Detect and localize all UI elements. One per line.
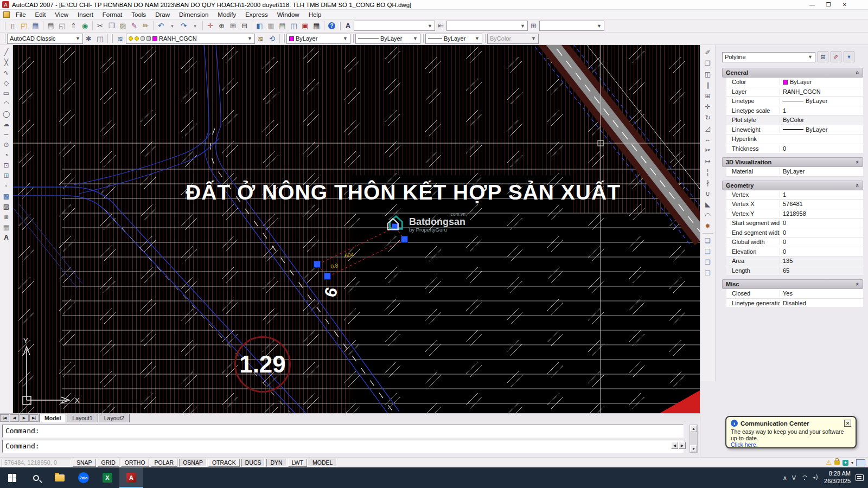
restore-button[interactable]: ❐ xyxy=(820,1,837,9)
dyn-toggle[interactable]: DYN xyxy=(266,459,286,467)
property-row[interactable]: End segment width 0 xyxy=(726,228,863,238)
copy-object-icon[interactable] xyxy=(702,58,714,69)
property-row[interactable]: Layer RANH_CGCN xyxy=(726,87,863,97)
hidden-icons-chevron-icon[interactable]: ∧ xyxy=(783,474,787,481)
dim-style-icon[interactable] xyxy=(435,21,446,31)
revision-cloud-icon[interactable] xyxy=(1,119,12,129)
scroll-right-icon[interactable]: ▶ xyxy=(679,442,686,449)
tab-model[interactable]: Model xyxy=(39,414,66,422)
color-control-combo[interactable]: ByLayer ▼ xyxy=(286,34,350,44)
property-row[interactable]: Vertex 1 xyxy=(726,190,863,200)
new-icon[interactable] xyxy=(7,21,18,31)
layer-on-icon[interactable] xyxy=(129,36,133,41)
section-header[interactable]: General « xyxy=(722,68,863,78)
tab-layout1[interactable]: Layout1 xyxy=(67,414,98,422)
search-icon[interactable] xyxy=(24,467,48,488)
point-icon[interactable] xyxy=(1,181,12,191)
help-icon[interactable] xyxy=(326,21,337,31)
menu-insert[interactable]: Insert xyxy=(73,11,98,18)
save-workspace-icon[interactable] xyxy=(94,33,106,44)
property-row[interactable]: Elevation 0 xyxy=(726,247,863,257)
bring-to-front-icon[interactable] xyxy=(702,235,714,246)
speaker-icon[interactable] xyxy=(813,475,819,480)
send-under-objects-icon[interactable] xyxy=(702,268,714,279)
menu-draw[interactable]: Draw xyxy=(151,11,174,18)
pan-icon[interactable] xyxy=(205,21,216,31)
ellipse-icon[interactable] xyxy=(1,139,12,150)
undo-dropdown-icon[interactable] xyxy=(167,21,178,31)
minimize-button[interactable]: — xyxy=(804,1,820,9)
text-style-icon[interactable] xyxy=(342,21,354,31)
erase-icon[interactable] xyxy=(702,47,714,58)
arc-icon[interactable] xyxy=(1,98,12,108)
hatch-icon[interactable] xyxy=(1,191,12,201)
zoom-previous-icon[interactable] xyxy=(239,21,250,31)
section-header[interactable]: Geometry « xyxy=(722,181,863,190)
spline-icon[interactable] xyxy=(1,129,12,139)
scale-icon[interactable] xyxy=(702,123,714,134)
polyline-icon[interactable] xyxy=(1,67,12,78)
object-type-combo[interactable]: Polyline ▼ xyxy=(722,52,815,62)
table-style-icon[interactable] xyxy=(528,21,539,31)
workspace-combo[interactable]: AutoCAD Classic ▼ xyxy=(7,34,83,44)
menu-format[interactable]: Format xyxy=(98,11,126,18)
property-row[interactable]: Linetype scale 1 xyxy=(726,106,863,116)
grip-handle[interactable] xyxy=(314,261,321,268)
menu-tools[interactable]: Tools xyxy=(127,11,150,18)
array-icon[interactable] xyxy=(702,91,714,101)
command-scrollbar[interactable]: ▲ ▼ xyxy=(690,425,698,453)
plot-icon[interactable] xyxy=(45,21,56,31)
lock-icon[interactable] xyxy=(834,460,840,465)
section-header[interactable]: 3D Visualization « xyxy=(722,157,863,167)
menu-view[interactable]: View xyxy=(50,11,73,18)
plot-preview-icon[interactable] xyxy=(56,21,68,31)
chamfer-icon[interactable] xyxy=(702,199,714,210)
otrack-toggle[interactable]: OTRACK xyxy=(208,459,240,467)
menu-help[interactable]: Help xyxy=(304,11,326,18)
insert-block-icon[interactable] xyxy=(1,160,12,170)
properties-icon[interactable] xyxy=(254,21,265,31)
grip-handle[interactable] xyxy=(324,273,331,280)
tab-first-icon[interactable]: |◀ xyxy=(0,414,9,422)
zoom-realtime-icon[interactable] xyxy=(216,21,227,31)
close-button[interactable]: ✕ xyxy=(837,1,853,9)
model-toggle[interactable]: MODEL xyxy=(309,459,336,467)
grip-handle[interactable] xyxy=(401,236,408,243)
move-icon[interactable] xyxy=(702,101,714,112)
block-editor-icon[interactable] xyxy=(140,21,151,31)
property-row[interactable]: Hyperlink xyxy=(726,134,863,144)
redo-dropdown-icon[interactable] xyxy=(189,21,201,31)
collapse-chevron-icon[interactable]: « xyxy=(854,183,861,187)
extend-icon[interactable] xyxy=(702,156,714,166)
undo-icon[interactable] xyxy=(155,21,167,31)
collapse-chevron-icon[interactable]: « xyxy=(854,282,861,286)
cut-icon[interactable] xyxy=(94,21,106,31)
send-to-back-icon[interactable] xyxy=(702,246,714,257)
quick-select-icon[interactable] xyxy=(844,52,854,62)
layer-plot-icon[interactable] xyxy=(146,36,151,41)
trim-icon[interactable] xyxy=(702,145,714,156)
menu-edit[interactable]: Edit xyxy=(31,11,50,18)
copy-icon[interactable] xyxy=(106,21,117,31)
property-row[interactable]: Global width 0 xyxy=(726,237,863,247)
ellipse-arc-icon[interactable] xyxy=(1,150,12,160)
linetype-control-combo[interactable]: ByLayer ▼ xyxy=(355,34,420,44)
publish-icon[interactable] xyxy=(68,21,79,31)
make-block-icon[interactable] xyxy=(1,170,12,181)
property-row[interactable]: Closed Yes xyxy=(726,289,863,299)
tab-prev-icon[interactable]: ◀ xyxy=(10,414,19,422)
break-at-point-icon[interactable] xyxy=(702,166,714,177)
quickcalc-icon[interactable] xyxy=(311,21,322,31)
menu-dimension[interactable]: Dimension xyxy=(175,11,213,18)
zalo-icon[interactable]: Zalo xyxy=(72,467,95,488)
taskbar-clock[interactable]: 8:28 AM 26/3/2025 xyxy=(824,470,851,485)
section-header[interactable]: Misc « xyxy=(722,279,863,289)
lineweight-control-combo[interactable]: ByLayer ▼ xyxy=(425,34,482,44)
ortho-toggle[interactable]: ORTHO xyxy=(121,459,149,467)
menu-express[interactable]: Express xyxy=(241,11,272,18)
rectangle-icon[interactable] xyxy=(1,88,12,98)
offset-icon[interactable] xyxy=(702,80,714,91)
bring-above-objects-icon[interactable] xyxy=(702,257,714,268)
popup-close-icon[interactable]: ✕ xyxy=(844,420,851,427)
toolbar-grip[interactable] xyxy=(4,22,5,30)
